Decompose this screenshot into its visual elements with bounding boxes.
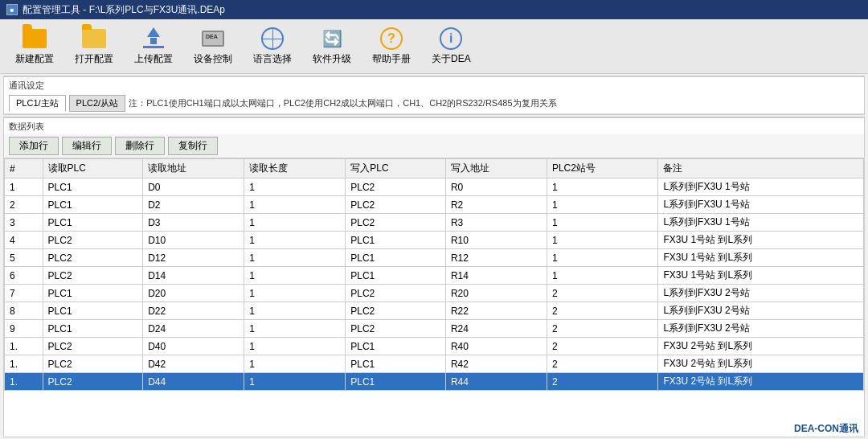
open-config-button[interactable]: 打开配置	[66, 23, 122, 70]
cell-read-addr: D24	[143, 320, 244, 338]
cell-read-plc: PLC1	[43, 178, 143, 196]
col-write-plc: 写入PLC	[346, 159, 446, 178]
cell-read-addr: D12	[143, 249, 244, 267]
edit-row-button[interactable]: 编辑行	[62, 137, 112, 155]
device-control-button[interactable]: 设备控制	[185, 23, 241, 70]
cell-read-addr: D2	[143, 196, 244, 214]
tab-plc1-master[interactable]: PLC1/主站	[9, 95, 66, 112]
col-plc2-no: PLC2站号	[547, 159, 657, 178]
new-config-icon	[22, 27, 47, 51]
cell-note: FX3U 1号站 到L系列	[658, 267, 864, 285]
table-row[interactable]: 3PLC1D31PLC2R31L系列到FX3U 1号站	[5, 214, 864, 232]
tab-plc2-slave[interactable]: PLC2/从站	[69, 95, 126, 112]
toolbar: 新建配置 打开配置 上传配置 设备控制 语言选择 🔄 软件升级	[0, 19, 868, 74]
table-row[interactable]: 1PLC1D01PLC2R01L系列到FX3U 1号站	[5, 178, 864, 196]
cell-write-addr: R24	[445, 320, 547, 338]
cell-num: 4	[5, 232, 43, 249]
cell-write-plc: PLC2	[346, 320, 446, 338]
cell-read-addr: D14	[143, 267, 244, 285]
new-config-button[interactable]: 新建配置	[6, 23, 63, 70]
cell-read-len: 1	[244, 214, 346, 232]
software-upgrade-icon: 🔄	[319, 27, 345, 51]
cell-read-plc: PLC1	[43, 320, 143, 338]
delete-row-button[interactable]: 删除行	[115, 137, 165, 155]
cell-write-addr: R42	[445, 355, 547, 373]
lang-select-icon	[260, 27, 285, 51]
lang-select-label: 语言选择	[253, 52, 292, 66]
cell-num: 1.	[5, 338, 43, 355]
cell-note: FX3U 2号站 到L系列	[658, 355, 864, 373]
cell-read-plc: PLC2	[43, 232, 143, 249]
cell-plc2-no: 2	[547, 302, 657, 320]
cell-plc2-no: 1	[547, 178, 657, 196]
table-row[interactable]: 1.PLC2D401PLC1R402FX3U 2号站 到L系列	[5, 338, 864, 355]
upload-config-button[interactable]: 上传配置	[125, 23, 182, 70]
lang-select-button[interactable]: 语言选择	[244, 23, 301, 70]
help-manual-button[interactable]: ? 帮助手册	[363, 23, 420, 70]
cell-read-addr: D44	[143, 373, 244, 391]
data-toolbar: 添加行 编辑行 删除行 复制行	[4, 134, 864, 158]
device-control-label: 设备控制	[194, 52, 232, 66]
cell-plc2-no: 1	[547, 232, 657, 249]
cell-plc2-no: 2	[547, 285, 657, 302]
table-row[interactable]: 4PLC2D101PLC1R101FX3U 1号站 到L系列	[5, 232, 864, 249]
header-row: # 读取PLC 读取地址 读取长度 写入PLC 写入地址 PLC2站号 备注	[5, 159, 864, 178]
open-config-icon	[81, 27, 107, 51]
cell-write-addr: R14	[445, 267, 547, 285]
cell-write-plc: PLC2	[346, 214, 446, 232]
cell-write-addr: R10	[445, 232, 547, 249]
cell-read-plc: PLC2	[43, 249, 143, 267]
upload-config-icon	[141, 27, 166, 51]
help-manual-label: 帮助手册	[372, 52, 411, 66]
table-row[interactable]: 6PLC2D141PLC1R141FX3U 1号站 到L系列	[5, 267, 864, 285]
cell-read-addr: D22	[143, 302, 244, 320]
cell-num: 5	[5, 249, 43, 267]
table-row[interactable]: 1.PLC2D421PLC1R422FX3U 2号站 到L系列	[5, 355, 864, 373]
cell-read-plc: PLC1	[43, 285, 143, 302]
add-row-button[interactable]: 添加行	[9, 137, 59, 155]
cell-num: 6	[5, 267, 43, 285]
cell-read-plc: PLC1	[43, 302, 143, 320]
table-row[interactable]: 9PLC1D241PLC2R242L系列到FX3U 2号站	[5, 320, 864, 338]
cell-read-addr: D10	[143, 232, 244, 249]
cell-read-addr: D40	[143, 338, 244, 355]
cell-write-addr: R2	[445, 196, 547, 214]
comm-row: PLC1/主站 PLC2/从站 注：PLC1使用CH1端口成以太网端口，PLC2…	[4, 93, 864, 114]
cell-note: L系列到FX3U 2号站	[658, 320, 864, 338]
cell-plc2-no: 2	[547, 338, 657, 355]
cell-read-len: 1	[244, 338, 346, 355]
software-upgrade-button[interactable]: 🔄 软件升级	[304, 23, 360, 70]
cell-read-plc: PLC2	[43, 267, 143, 285]
cell-note: FX3U 1号站 到L系列	[658, 249, 864, 267]
table-row[interactable]: 2PLC1D21PLC2R21L系列到FX3U 1号站	[5, 196, 864, 214]
cell-plc2-no: 2	[547, 355, 657, 373]
comm-section-label: 通讯设定	[4, 76, 864, 93]
cell-read-len: 1	[244, 285, 346, 302]
cell-write-addr: R12	[445, 249, 547, 267]
copy-row-button[interactable]: 复制行	[168, 137, 218, 155]
table-container: # 读取PLC 读取地址 读取长度 写入PLC 写入地址 PLC2站号 备注 1…	[4, 158, 864, 391]
about-dea-button[interactable]: i 关于DEA	[423, 23, 480, 70]
help-manual-icon: ?	[379, 27, 404, 51]
table-row[interactable]: 5PLC2D121PLC1R121FX3U 1号站 到L系列	[5, 249, 864, 267]
cell-note: L系列到FX3U 1号站	[658, 178, 864, 196]
title-bar: ■ 配置管理工具 - F:\L系列PLC与FX3U通讯.DEAp	[0, 0, 868, 19]
cell-num: 7	[5, 285, 43, 302]
cell-num: 3	[5, 214, 43, 232]
cell-write-plc: PLC1	[346, 267, 446, 285]
cell-write-addr: R0	[445, 178, 547, 196]
about-dea-label: 关于DEA	[432, 52, 471, 66]
table-row[interactable]: 1.PLC2D441PLC1R442FX3U 2号站 到L系列	[5, 373, 864, 391]
cell-note: L系列到FX3U 2号站	[658, 302, 864, 320]
cell-read-plc: PLC1	[43, 214, 143, 232]
cell-read-addr: D0	[143, 178, 244, 196]
table-row[interactable]: 8PLC1D221PLC2R222L系列到FX3U 2号站	[5, 302, 864, 320]
title-text: 配置管理工具 - F:\L系列PLC与FX3U通讯.DEAp	[23, 3, 225, 17]
cell-read-len: 1	[244, 373, 346, 391]
cell-plc2-no: 1	[547, 267, 657, 285]
table-row[interactable]: 7PLC1D201PLC2R202L系列到FX3U 2号站	[5, 285, 864, 302]
footer: DEA-CON通讯	[794, 422, 858, 436]
device-control-icon	[200, 27, 226, 51]
cell-write-plc: PLC2	[346, 196, 446, 214]
cell-plc2-no: 1	[547, 196, 657, 214]
